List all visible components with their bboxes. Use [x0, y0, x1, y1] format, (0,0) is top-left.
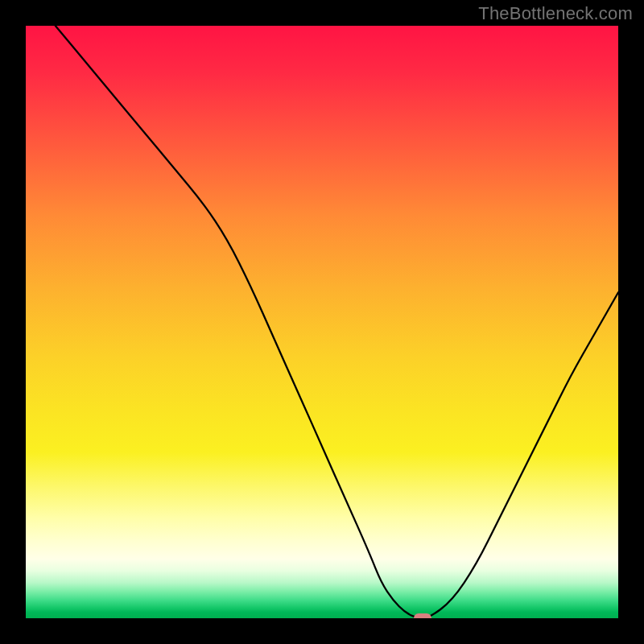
plot-area	[26, 26, 618, 618]
watermark-text: TheBottleneck.com	[478, 3, 633, 24]
chart-frame: TheBottleneck.com	[0, 0, 644, 644]
optimal-point-marker	[414, 613, 431, 618]
bottleneck-curve	[26, 26, 618, 618]
